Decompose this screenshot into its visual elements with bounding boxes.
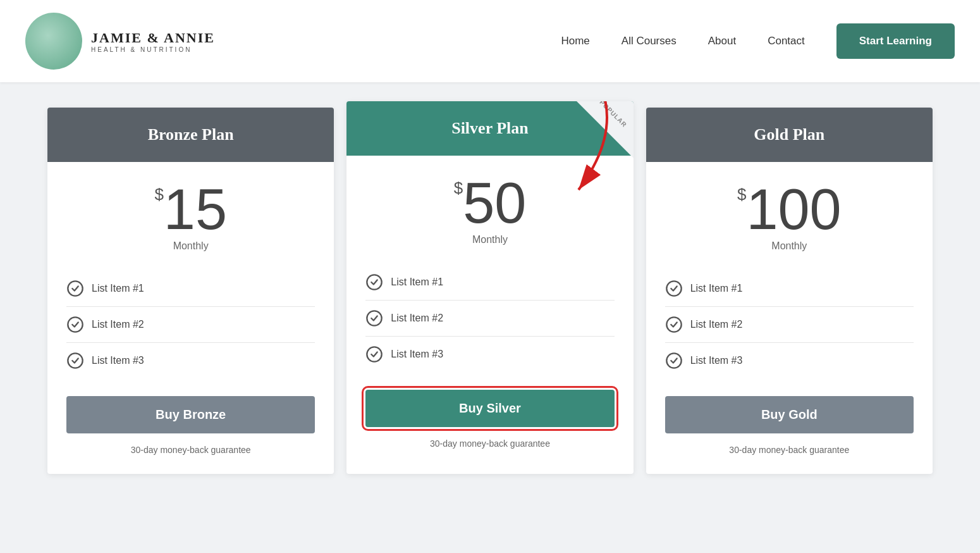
bronze-item-2: List Item #2 [66,307,315,343]
main-content: Bronze Plan $ 15 Monthly List Item #1 [0,82,980,512]
silver-price-amount: 50 [463,175,526,232]
gold-price-amount: 100 [746,181,841,238]
svg-point-7 [666,281,681,295]
buy-bronze-button[interactable]: Buy Bronze [66,396,315,433]
check-icon [665,280,683,297]
silver-currency: $ [454,180,463,196]
svg-point-6 [367,347,382,361]
nav-about[interactable]: About [695,30,749,53]
brand-sub: HEALTH & NUTRITION [91,46,215,53]
bronze-plan-body: $ 15 Monthly List Item #1 List Item #2 [47,162,334,474]
svg-point-1 [68,317,82,332]
svg-point-4 [367,275,382,289]
gold-guarantee: 30-day money-back guarantee [665,445,914,455]
gold-item-1: List Item #1 [665,271,914,307]
check-icon [665,316,683,333]
buy-gold-button[interactable]: Buy Gold [665,396,914,433]
svg-point-5 [367,311,382,325]
bronze-feature-list: List Item #1 List Item #2 List Item #3 [66,271,315,378]
bronze-item-2-label: List Item #2 [92,319,144,330]
check-icon [665,352,683,370]
logo-icon [25,13,82,70]
site-header: JAMIE & ANNIE HEALTH & NUTRITION Home Al… [0,0,980,82]
gold-item-1-label: List Item #1 [690,283,743,294]
check-icon [66,352,84,370]
nav-all-courses[interactable]: All Courses [609,30,689,53]
gold-feature-list: List Item #1 List Item #2 List Item #3 [665,271,914,378]
gold-item-2-label: List Item #2 [690,319,743,330]
bronze-price-amount: 15 [164,181,227,238]
bronze-item-1-label: List Item #1 [92,283,144,294]
silver-item-3-label: List Item #3 [391,349,443,360]
nav-home[interactable]: Home [548,30,602,53]
start-learning-button[interactable]: Start Learning [836,23,955,59]
bronze-price-area: $ 15 Monthly [66,181,315,252]
svg-point-0 [68,281,82,295]
check-icon [365,345,383,363]
brand-text: JAMIE & ANNIE HEALTH & NUTRITION [91,30,215,53]
silver-price-row: $ 50 [365,175,614,232]
svg-point-2 [68,353,82,368]
main-nav: Home All Courses About Contact Start Lea… [548,23,955,59]
brand-name: JAMIE & ANNIE [91,30,215,46]
gold-price-area: $ 100 Monthly [665,181,914,252]
gold-plan-header: Gold Plan [646,108,933,162]
check-icon [66,316,84,333]
buy-silver-button[interactable]: Buy Silver [365,390,614,427]
gold-price-row: $ 100 [665,181,914,238]
silver-item-1-label: List Item #1 [391,276,443,288]
silver-feature-list: List Item #1 List Item #2 List Item #3 [365,264,614,372]
check-icon [365,309,383,327]
bronze-item-3-label: List Item #3 [92,355,144,366]
silver-item-3: List Item #3 [365,337,614,372]
gold-item-3: List Item #3 [665,343,914,378]
bronze-currency: $ [154,186,163,202]
silver-item-1: List Item #1 [365,264,614,301]
gold-plan-title: Gold Plan [659,125,920,144]
logo-area: JAMIE & ANNIE HEALTH & NUTRITION [25,13,215,70]
check-icon [66,280,84,297]
gold-item-2: List Item #2 [665,307,914,343]
silver-plan-body: $ 50 Monthly List Item #1 List Item #2 [346,156,633,468]
gold-currency: $ [737,186,746,202]
bronze-plan-title: Bronze Plan [60,125,321,144]
gold-plan-card: Gold Plan $ 100 Monthly List Item #1 [646,108,933,474]
gold-plan-body: $ 100 Monthly List Item #1 List Item #2 [646,162,933,474]
silver-guarantee: 30-day money-back guarantee [365,438,614,449]
bronze-plan-card: Bronze Plan $ 15 Monthly List Item #1 [47,108,334,474]
silver-plan-header: Silver Plan POPULAR [346,101,633,156]
gold-item-3-label: List Item #3 [690,355,743,366]
svg-point-9 [666,353,681,368]
bronze-price-period: Monthly [66,240,315,252]
svg-point-8 [666,317,681,332]
nav-contact[interactable]: Contact [755,30,818,53]
silver-price-area: $ 50 Monthly [365,175,614,245]
pricing-container: Bronze Plan $ 15 Monthly List Item #1 [47,108,933,474]
bronze-item-3: List Item #3 [66,343,315,378]
check-icon [365,273,383,291]
bronze-plan-header: Bronze Plan [47,108,334,162]
bronze-price-row: $ 15 [66,181,315,238]
bronze-item-1: List Item #1 [66,271,315,307]
popular-badge: POPULAR [577,101,634,158]
silver-item-2: List Item #2 [365,301,614,337]
silver-item-2-label: List Item #2 [391,313,443,324]
popular-badge-label: POPULAR [592,101,633,134]
silver-price-period: Monthly [365,234,614,245]
gold-price-period: Monthly [665,240,914,252]
bronze-guarantee: 30-day money-back guarantee [66,445,315,455]
silver-plan-card: Silver Plan POPULAR $ 50 Monthly List I [346,101,633,474]
